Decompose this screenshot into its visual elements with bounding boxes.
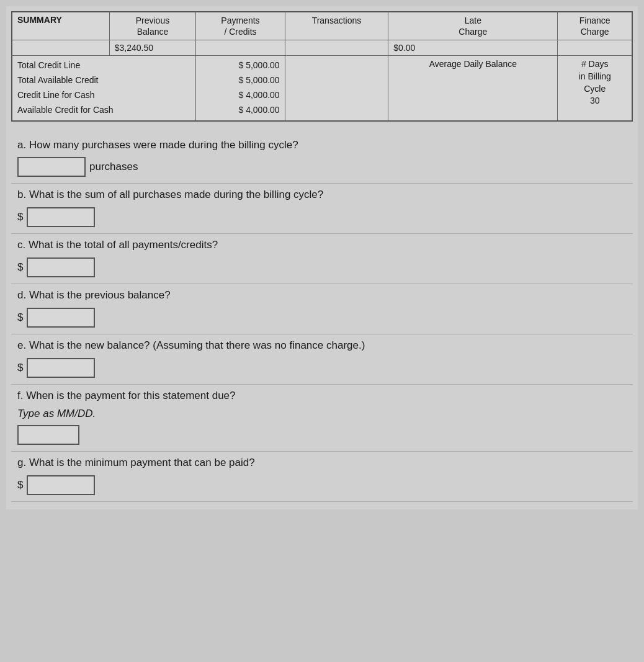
question-a-text: a. How many purchases were made during t… xyxy=(17,138,627,153)
credit-lines: Total Credit Line Total Available Credit… xyxy=(12,56,196,121)
question-f-block: f. When is the payment for this statemen… xyxy=(11,385,633,452)
question-e-text: e. What is the new balance? (Assuming th… xyxy=(17,338,627,353)
page-container: SUMMARY PreviousBalance Payments/ Credit… xyxy=(6,6,638,509)
previous-balance-value: $3,240.50 xyxy=(109,40,196,56)
days-in-billing-cycle: # Daysin BillingCycle 30 xyxy=(558,56,632,121)
summary-empty xyxy=(12,40,109,56)
question-d-text: d. What is the previous balance? xyxy=(17,288,627,303)
question-b-block: b. What is the sum of all purchases made… xyxy=(11,184,633,234)
finance-charge-value xyxy=(558,40,632,56)
question-f-input[interactable] xyxy=(17,425,79,445)
late-charge-value: $0.00 xyxy=(388,40,558,56)
question-g-block: g. What is the minimum payment that can … xyxy=(11,452,633,502)
col-previous-balance: PreviousBalance xyxy=(109,12,196,40)
days-value: 30 xyxy=(590,96,600,105)
summary-table: SUMMARY PreviousBalance Payments/ Credit… xyxy=(11,11,633,122)
summary-label: SUMMARY xyxy=(12,12,109,40)
question-g-answer-row: $ xyxy=(17,475,627,495)
question-c-answer-row: $ xyxy=(17,257,627,277)
question-a-block: a. How many purchases were made during t… xyxy=(11,134,633,184)
col-transactions: Transactions xyxy=(285,12,388,40)
col-payments-credits: Payments/ Credits xyxy=(196,12,285,40)
credit-amounts: $ 5,000.00 $ 5,000.00 $ 4,000.00 $ 4,000… xyxy=(196,56,285,121)
question-d-answer-row: $ xyxy=(17,308,627,328)
question-b-input[interactable] xyxy=(27,207,95,227)
question-d-prefix: $ xyxy=(17,311,23,324)
transactions-empty xyxy=(285,56,388,121)
question-e-input[interactable] xyxy=(27,358,95,378)
question-c-prefix: $ xyxy=(17,261,23,274)
question-g-prefix: $ xyxy=(17,479,23,491)
questions-section: a. How many purchases were made during t… xyxy=(11,132,633,505)
col-finance-charge: FinanceCharge xyxy=(558,12,632,40)
question-d-block: d. What is the previous balance? $ xyxy=(11,284,633,334)
payments-credits-value xyxy=(196,40,285,56)
question-f-text: f. When is the payment for this statemen… xyxy=(17,388,627,403)
question-g-text: g. What is the minimum payment that can … xyxy=(17,455,627,470)
question-b-text: b. What is the sum of all purchases made… xyxy=(17,187,627,202)
question-c-block: c. What is the total of all payments/cre… xyxy=(11,234,633,284)
question-f-subtext: Type as MM/DD. xyxy=(17,408,627,420)
question-a-answer-row: purchases xyxy=(17,157,627,177)
question-a-suffix: purchases xyxy=(89,161,138,173)
question-g-input[interactable] xyxy=(27,475,95,495)
question-a-input[interactable] xyxy=(17,157,86,177)
question-b-prefix: $ xyxy=(17,211,23,223)
col-late-charge: LateCharge xyxy=(388,12,558,40)
question-e-block: e. What is the new balance? (Assuming th… xyxy=(11,334,633,385)
question-c-input[interactable] xyxy=(27,257,95,277)
question-d-input[interactable] xyxy=(27,308,95,328)
question-b-answer-row: $ xyxy=(17,207,627,227)
question-c-text: c. What is the total of all payments/cre… xyxy=(17,238,627,253)
question-e-prefix: $ xyxy=(17,362,23,374)
question-e-answer-row: $ xyxy=(17,358,627,378)
transactions-value xyxy=(285,40,388,56)
avg-daily-balance: Average Daily Balance xyxy=(388,56,558,121)
question-f-answer-row xyxy=(17,425,627,445)
